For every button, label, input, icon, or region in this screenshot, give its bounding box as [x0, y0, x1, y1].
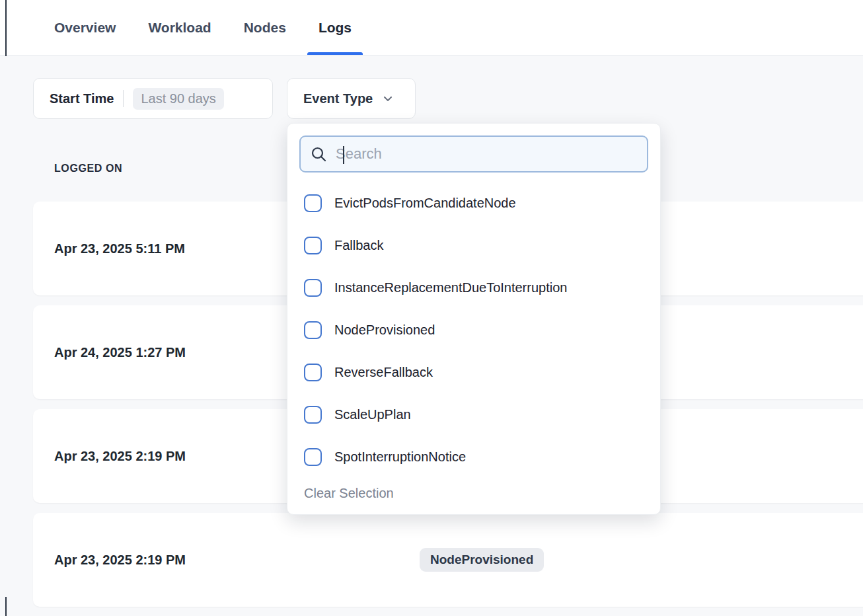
start-time-filter-label: Start Time [50, 91, 114, 106]
tab-overview[interactable]: Overview [54, 0, 116, 55]
tab-label: Workload [148, 20, 211, 36]
search-icon [310, 145, 328, 163]
option-checkbox[interactable] [304, 364, 322, 381]
event-type-option[interactable]: Fallback [299, 224, 648, 266]
event-type-badge: NodeProvisioned [420, 548, 544, 572]
event-type-option[interactable]: ReverseFallback [299, 351, 648, 393]
start-time-filter-value: Last 90 days [133, 88, 223, 110]
dropdown-search-box [299, 135, 648, 173]
event-type-option[interactable]: NodeProvisioned [299, 309, 648, 351]
option-label: EvictPodsFromCandidateNode [334, 196, 516, 211]
option-label: NodeProvisioned [334, 323, 435, 338]
event-type-filter-button[interactable]: Event Type [287, 78, 416, 119]
tab-label: Nodes [244, 20, 286, 36]
tab-bar: OverviewWorkloadNodesLogs [0, 0, 863, 56]
event-type-option[interactable]: ScaleUpPlan [299, 393, 648, 436]
logged-on-value: Apr 23, 2025 2:19 PM [54, 449, 186, 464]
event-type-option[interactable]: SpotInterruptionNotice [299, 436, 648, 478]
option-label: ScaleUpPlan [334, 407, 411, 422]
logged-on-value: Apr 23, 2025 2:19 PM [54, 553, 186, 568]
logs-page: OverviewWorkloadNodesLogs Start Time Las… [0, 0, 863, 616]
option-label: Fallback [334, 238, 383, 253]
event-type-option[interactable]: InstanceReplacementDueToInterruption [299, 266, 648, 309]
panel-left-edge-top [5, 0, 7, 56]
option-checkbox[interactable] [304, 448, 322, 466]
tab-nodes[interactable]: Nodes [244, 0, 286, 55]
tab-logs[interactable]: Logs [319, 0, 352, 55]
event-type-dropdown: EvictPodsFromCandidateNode Fallback Inst… [287, 123, 661, 515]
tab-label: Overview [54, 20, 116, 36]
option-checkbox[interactable] [304, 321, 322, 339]
option-checkbox[interactable] [304, 279, 322, 297]
logged-on-value: Apr 23, 2025 5:11 PM [54, 241, 185, 256]
start-time-filter-button[interactable]: Start Time Last 90 days [33, 78, 273, 119]
option-label: ReverseFallback [334, 365, 433, 380]
search-input[interactable] [336, 145, 638, 163]
option-checkbox[interactable] [304, 194, 322, 212]
option-label: SpotInterruptionNotice [334, 449, 466, 465]
logged-on-column-header: LOGGED ON [54, 163, 122, 174]
event-type-filter-label: Event Type [303, 91, 373, 106]
logged-on-value: Apr 24, 2025 1:27 PM [54, 345, 186, 360]
clear-selection-button[interactable]: Clear Selection [299, 486, 394, 501]
panel-left-edge-bottom [5, 597, 7, 616]
option-label: InstanceReplacementDueToInterruption [334, 280, 567, 295]
tab-workload[interactable]: Workload [148, 0, 211, 55]
chevron-down-icon [382, 93, 394, 104]
event-type-options: EvictPodsFromCandidateNode Fallback Inst… [299, 182, 648, 478]
filter-divider [123, 90, 124, 107]
event-type-option[interactable]: EvictPodsFromCandidateNode [299, 182, 648, 224]
text-cursor [343, 146, 344, 164]
tab-label: Logs [319, 20, 352, 36]
option-checkbox[interactable] [304, 237, 322, 254]
option-checkbox[interactable] [304, 406, 322, 424]
table-row: Apr 23, 2025 2:19 PM NodeProvisioned [33, 513, 863, 607]
